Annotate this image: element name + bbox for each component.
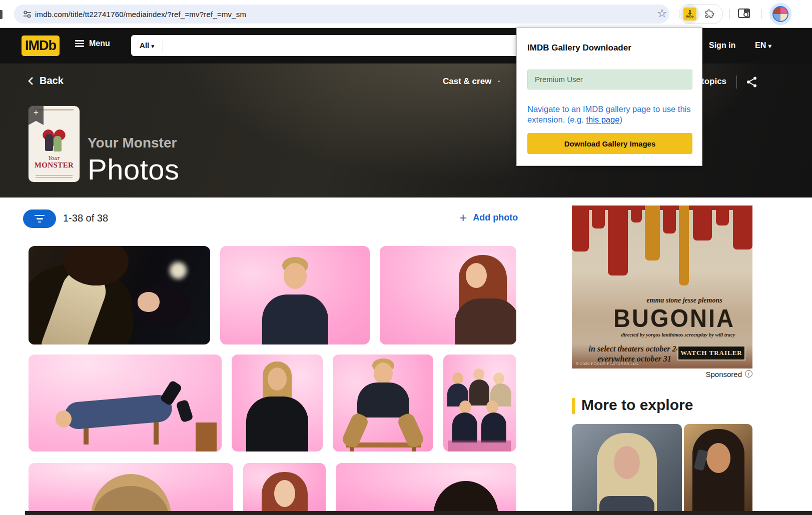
gallery-photo[interactable] (380, 246, 516, 344)
gallery-photo[interactable] (336, 463, 516, 511)
search-scope-dropdown[interactable]: All ▾ (131, 39, 163, 52)
bottom-window-edge (25, 511, 812, 515)
cast-crew-link[interactable]: Cast & crew · (443, 76, 501, 86)
ad-credits: directed by yorgos lanthimos screenplay … (607, 332, 749, 338)
subnav-divider (736, 76, 737, 88)
toolbar-divider (729, 9, 730, 19)
poster-figure (45, 134, 53, 151)
sponsored-ad-bugonia[interactable]: emma stone jesse plemons BUGONIA directe… (572, 206, 752, 368)
gallery-photo[interactable] (243, 463, 326, 511)
poster-figure (54, 136, 62, 152)
gallery-photo[interactable] (443, 354, 516, 452)
all-topics-link[interactable]: topics (701, 76, 726, 86)
info-icon[interactable]: i (745, 370, 752, 378)
screen: imdb.com/title/tt22741760/mediaindex/?re… (0, 0, 812, 515)
site-settings-icon[interactable] (23, 10, 32, 19)
plus-icon: + (459, 212, 467, 224)
gallery-photo[interactable] (333, 354, 433, 452)
window-edge-fragment (0, 10, 3, 19)
watch-trailer-button[interactable]: WATCH TRAILER (677, 346, 745, 360)
this-page-link[interactable]: this page (586, 115, 619, 124)
toolbar-divider (761, 9, 762, 19)
tab-search-icon[interactable] (737, 8, 751, 20)
photo-count: 1-38 of 38 (63, 212, 108, 224)
popup-instructions: Navigate to an IMDB gallery page to use … (527, 104, 695, 125)
imdb-downloader-extension-icon[interactable]: ⇩ IMDb (680, 4, 699, 24)
premium-status-badge: Premium User (527, 70, 692, 90)
explore-photo[interactable] (572, 424, 682, 511)
menu-label: Menu (89, 39, 110, 48)
poster-title-main: MONSTER (29, 161, 80, 170)
more-to-explore-title: More to explore (581, 396, 693, 414)
movie-title-link[interactable]: Your Monster (88, 135, 177, 151)
imdb-logo[interactable]: IMDb (22, 36, 60, 56)
hamburger-icon (75, 38, 84, 48)
caret-down-icon: ▾ (768, 42, 771, 50)
browser-toolbar: imdb.com/title/tt22741760/mediaindex/?re… (0, 0, 812, 28)
profile-avatar[interactable] (772, 6, 788, 22)
extension-pill: ⇩ IMDb (679, 4, 723, 24)
gallery-photo[interactable] (29, 354, 222, 452)
download-gallery-images-button[interactable]: Download Gallery Images (527, 133, 692, 154)
download-arrow-icon: ⇩ (687, 10, 692, 15)
gallery-photo[interactable] (232, 354, 323, 452)
url-bar[interactable]: imdb.com/title/tt22741760/mediaindex/?re… (14, 4, 669, 24)
add-photo-button[interactable]: + Add photo (459, 212, 518, 224)
extension-popup: IMDB Gallery Downloader Premium User Nav… (516, 28, 702, 166)
section-accent-bar (572, 398, 575, 414)
ad-copyright: © 2025 FOCUS FEATURES LLC. (576, 362, 639, 366)
language-dropdown[interactable]: EN ▾ (755, 41, 771, 50)
gallery-photo[interactable] (220, 246, 370, 344)
filter-icon (35, 215, 45, 216)
popup-title: IMDB Gallery Downloader (527, 43, 631, 53)
bookmark-star-icon[interactable]: ☆ (657, 6, 667, 20)
sign-in-button[interactable]: Sign in (709, 41, 735, 50)
ad-release-dates: in select theaters october 24 everywhere… (577, 344, 692, 364)
movie-poster-thumbnail[interactable]: ❤ Your MONSTER + (29, 106, 80, 182)
share-icon[interactable] (745, 76, 758, 88)
url-text: imdb.com/title/tt22741760/mediaindex/?re… (35, 10, 246, 18)
chevron-left-icon (28, 76, 34, 86)
add-to-list-ribbon[interactable]: + (29, 106, 44, 125)
gallery-photo[interactable] (29, 246, 210, 344)
poster-credits-block (36, 174, 73, 178)
filter-button[interactable] (23, 210, 56, 228)
dot-separator: · (498, 76, 501, 86)
gallery-photo[interactable] (29, 463, 233, 511)
sponsored-label: Sponsored (572, 370, 742, 378)
menu-button[interactable]: Menu (75, 38, 110, 48)
explore-photo[interactable] (684, 424, 752, 511)
page-title: Photos (88, 152, 180, 186)
back-link[interactable]: Back (28, 75, 64, 86)
extensions-puzzle-icon[interactable] (703, 8, 714, 20)
ad-title: BUGONIA (596, 304, 752, 333)
caret-down-icon: ▾ (151, 43, 154, 49)
